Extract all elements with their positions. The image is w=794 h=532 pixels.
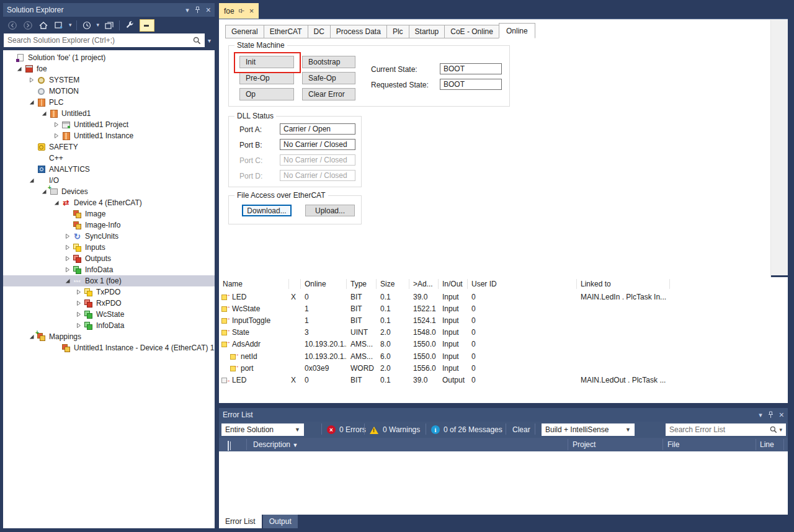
tab-general[interactable]: General [225,25,264,38]
chevron-down-icon[interactable]: ▾ [185,7,189,14]
line-column-header[interactable]: Line [760,440,774,449]
tree-item-syncunits[interactable]: ↻SyncUnits [3,231,215,242]
tree-expander-icon[interactable] [63,231,73,241]
tree-item-inputs[interactable]: Inputs [3,242,215,253]
table-row-adsaddr-input[interactable]: AdsAddr10.193.20.1...AMS...8.01550.0Inpu… [219,339,788,350]
col-addr[interactable]: >Ad... [409,279,439,289]
home-icon[interactable] [38,20,49,31]
chevron-down-icon[interactable]: ▾ [97,22,100,28]
table-row-wcstate-input[interactable]: WcState1BIT0.11522.1Input0 [219,303,788,314]
table-row-port-input[interactable]: port0x03e9WORD2.01556.0Input0 [219,362,788,374]
tree-item-image[interactable]: Image [3,208,215,219]
pending-changes-icon[interactable] [81,20,92,31]
col-inout[interactable]: In/Out [439,279,468,289]
tree-item-safety[interactable]: SAFETY [3,141,215,153]
tab-error-list[interactable]: Error List [219,515,262,528]
tree-expander-icon[interactable] [27,175,37,185]
preview-selected-toggle-icon[interactable] [140,19,154,32]
tree-item-wcstate[interactable]: WcState [3,309,215,320]
tree-item-txpdo[interactable]: TxPDO [3,286,215,298]
table-row-led-input[interactable]: LEDX0BIT0.139.0Input0MAIN.LedIn . PlcTas… [219,291,788,303]
errors-filter-button[interactable]: × 0 Errors [327,423,366,436]
table-row-netid-input[interactable]: netId10.193.20.1...AMS...6.01550.0Input0 [219,350,788,362]
tab-process-data[interactable]: Process Data [330,25,387,38]
tree-item-untitled1-instance[interactable]: Untitled1 Instance [3,130,215,141]
tree-item-untitled1[interactable]: Untitled1 [3,108,215,119]
tab-dc[interactable]: DC [308,25,331,38]
search-input[interactable]: Search Solution Explorer (Ctrl+;) [4,33,205,47]
tree-item-box-1-foe[interactable]: sscBox 1 (foe) [3,275,215,286]
col-name[interactable]: Name [219,279,289,289]
tree-item-foe[interactable]: foe [3,63,215,74]
preop-button[interactable]: Pre-Op [239,72,294,84]
col-size[interactable]: Size [377,279,409,289]
table-row-state-input[interactable]: State3UINT2.01548.0Input0 [219,327,788,339]
current-state-field[interactable]: BOOT [440,63,502,74]
collapse-all-icon[interactable] [104,20,115,31]
search-options-chevron-icon[interactable]: ▾ [205,33,214,47]
tree-item-untitled1-project[interactable]: Untitled1 Project [3,119,215,130]
error-search-input[interactable]: Search Error List ▾ [666,423,786,436]
solution-explorer-titlebar[interactable]: Solution Explorer ▾ × [3,3,215,17]
project-column-header[interactable]: Project [573,440,596,449]
filter-icon[interactable] [228,441,229,450]
tree-expander-icon[interactable] [14,64,24,74]
tab-online[interactable]: Online [499,23,535,38]
col-online[interactable]: Online [301,279,347,289]
tab-coe-online[interactable]: CoE - Online [444,25,499,38]
col-userid[interactable]: User ID [468,279,577,289]
tree-expander-icon[interactable] [74,298,84,308]
tree-expander-icon[interactable] [51,120,61,130]
tree-expander-icon[interactable] [51,131,61,141]
tree-item-outputs[interactable]: Outputs [3,253,215,264]
clear-error-button[interactable]: Clear Error [302,88,355,100]
tree-item-c[interactable]: ++C++ [3,153,215,164]
pin-icon[interactable] [194,6,201,14]
col-linkedto[interactable]: Linked to [577,279,670,289]
tree-item-i-o[interactable]: ZI/O [3,175,215,186]
tree-item-rxpdo[interactable]: RxPDO [3,298,215,309]
tree-item-system[interactable]: SYSTEM [3,74,215,86]
chevron-down-icon[interactable]: ▾ [759,412,762,419]
tab-plc[interactable]: Plc [386,25,409,38]
requested-state-field[interactable]: BOOT [440,79,502,90]
op-button[interactable]: Op [239,88,294,100]
switch-views-icon[interactable] [53,20,65,31]
tree-item-solution-foe-1-project[interactable]: Solution 'foe' (1 project) [3,52,215,63]
messages-filter-button[interactable]: i 0 of 26 Messages [431,423,502,436]
tree-item-plc[interactable]: PLC [3,97,215,108]
clear-button[interactable]: Clear [512,423,530,436]
tab-ethercat[interactable]: EtherCAT [264,25,308,38]
close-icon[interactable]: × [779,410,784,419]
error-list-titlebar[interactable]: Error List ▾ × [219,408,788,422]
chevron-down-icon[interactable]: ▾ [69,22,72,28]
file-column-header[interactable]: File [667,440,679,449]
tree-item-motion[interactable]: MOTION [3,86,215,97]
safeop-button[interactable]: Safe-Op [302,72,355,84]
tree-expander-icon[interactable] [74,287,84,297]
back-icon[interactable] [7,20,18,31]
document-tab-foe[interactable]: foe × [219,3,259,19]
error-list-body[interactable] [219,451,788,515]
port-a-field[interactable]: Carrier / Open [280,123,355,135]
tree-expander-icon[interactable] [63,242,73,252]
pin-icon[interactable] [767,411,774,419]
table-row-inputtoggle-input[interactable]: InputToggle1BIT0.11524.1Input0 [219,314,788,326]
tab-output[interactable]: Output [263,515,298,528]
tree-expander-icon[interactable] [27,97,37,107]
port-b-field[interactable]: No Carrier / Closed [280,139,355,150]
tree-item-infodata[interactable]: InfoData [3,264,215,275]
tree-item-device-4-ethercat[interactable]: ⇄Device 4 (EtherCAT) [3,197,215,208]
download-button[interactable]: Download... [242,205,292,216]
forward-icon[interactable] [22,20,33,31]
col-type[interactable]: Type [347,279,377,289]
close-icon[interactable]: × [206,6,211,14]
close-icon[interactable]: × [249,6,254,16]
bootstrap-button[interactable]: Bootstrap [302,56,355,68]
properties-wrench-icon[interactable] [124,20,135,31]
tree-item-mappings[interactable]: +Mappings [3,331,215,342]
description-column-header[interactable]: Description ▼ [253,440,298,449]
pin-icon[interactable] [238,8,245,14]
warnings-filter-button[interactable]: ! 0 Warnings [370,423,420,436]
tree-expander-icon[interactable] [51,198,61,208]
